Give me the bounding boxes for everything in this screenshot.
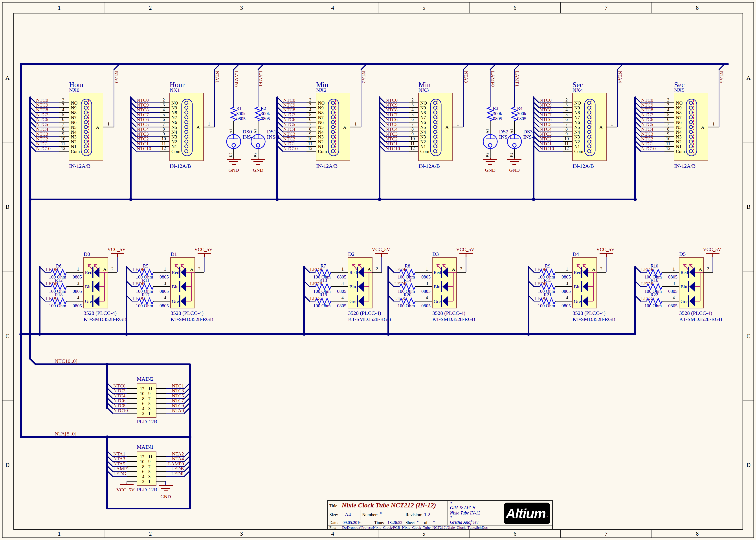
pin-number[interactable]: 11 [666,141,670,146]
pin-number[interactable]: 9 [162,131,165,136]
pin-number[interactable]: 7 [309,122,311,127]
pin-number[interactable]: 7 [667,122,669,127]
pin-name[interactable]: N9 [171,105,177,110]
pin-number[interactable]: 3 [164,281,166,286]
resistor-designator[interactable]: R4 [517,106,523,111]
pin-name[interactable]: N6 [676,120,682,125]
resistor-symbol[interactable] [487,107,493,121]
designator[interactable]: DS1 [267,129,276,135]
neon-lamp-DS1[interactable]: LAMP1R2300k0805A1DS1INS-1K2GND [251,64,280,173]
tube-NX2[interactable]: NTC02NTC93NTC84NTC75NTC66NTC57NTC48NTC39… [277,64,367,200]
pin-number[interactable]: 8 [411,127,414,131]
anode-net-label[interactable]: NTA0 [114,71,120,83]
anode-net-label[interactable]: NTA4 [617,71,623,83]
pin-name[interactable]: N1 [676,144,682,149]
designator[interactable]: DS3 [523,129,533,135]
pin-number[interactable]: 2 [566,97,568,102]
pin-name[interactable]: Gre [172,299,179,304]
pin-number[interactable]: 7 [566,122,568,127]
pin-name[interactable]: Blu [349,284,356,290]
resistor-footprint[interactable]: 0805 [72,289,82,294]
designator[interactable]: NX5 [674,87,685,93]
pin-name[interactable]: NO [171,100,178,106]
anode-pin-name[interactable]: A [96,125,99,130]
pin-number[interactable]: 12 [140,454,144,459]
pin-number[interactable]: 10 [140,391,144,396]
pin-number[interactable]: 4 [142,406,144,411]
anode-pin-name[interactable]: A [592,267,595,272]
pin-number[interactable]: 6 [142,469,144,474]
pin-name[interactable]: N9 [676,105,682,110]
pin-number[interactable]: 4 [426,295,428,300]
vcc-label[interactable]: VCC_5V [596,246,614,252]
resistor-designator[interactable]: R21 [544,292,551,297]
pin-number[interactable]: 6 [62,117,64,122]
pin-name[interactable]: N6 [171,120,177,125]
pin-name[interactable]: N1 [318,144,324,149]
anode-pin-number[interactable]: 2 [111,266,114,271]
gnd-label[interactable]: GND [485,167,495,173]
resistor-footprint[interactable]: 0805 [562,303,571,309]
pin-name[interactable]: N9 [71,105,76,110]
lamp-pin-anode[interactable]: A1 [509,129,513,133]
pin-number[interactable]: 6 [309,117,311,122]
pin-number[interactable]: 4 [667,107,669,112]
net-label[interactable]: NTA0 [172,408,184,413]
resistor-footprint[interactable]: 0805 [517,116,526,121]
pin-number[interactable]: 1 [673,267,675,271]
pin-name[interactable]: N2 [171,139,177,144]
net-label[interactable]: NTC5 [172,393,184,398]
pin-number[interactable]: 4 [673,295,675,300]
circle[interactable] [256,144,260,147]
resistor-footprint[interactable]: 0805 [668,289,678,294]
pin-number[interactable]: 3 [566,102,568,107]
pin-number[interactable]: 7 [148,464,151,469]
gnd-label[interactable]: GND [228,167,239,173]
pin-name[interactable]: N9 [574,105,580,110]
resistor-footprint[interactable]: 0805 [562,289,571,294]
pin-name[interactable]: N5 [318,125,324,130]
pin-name[interactable]: N8 [574,110,580,115]
pin-number[interactable]: 9 [148,459,151,464]
pin-number[interactable]: 3 [426,281,428,286]
pin-name[interactable]: N5 [574,125,580,130]
anode-pin-name[interactable]: A [343,125,347,130]
neon-lamp-DS0[interactable]: LAMP0R1300k0805A1DS0INS-1K2GND [227,64,256,173]
anode-pin-number[interactable]: 1 [355,121,357,126]
resistor-designator[interactable]: R8 [405,263,410,269]
anode-pin-number[interactable]: 2 [376,266,378,271]
pin-number[interactable]: 5 [162,112,165,117]
package[interactable]: 3528 (PLCC-4) [348,310,381,316]
anode-pin-name[interactable]: A [452,267,456,272]
net-label[interactable]: NTC10 [283,146,298,151]
pin-number[interactable]: 7 [62,122,64,127]
net-label[interactable]: LAMP0 [168,461,184,467]
pin-number[interactable]: 1 [342,267,344,271]
pin-name[interactable]: Com [171,149,180,154]
resistor-designator[interactable]: R10 [650,263,658,269]
resistor-footprint[interactable]: 0805 [236,116,246,121]
part-name[interactable]: INS-1 [243,134,256,140]
designator[interactable]: DS0 [243,129,252,135]
resistor-value[interactable]: 300k [261,111,270,116]
lamp-pin-anode[interactable]: A1 [485,129,489,133]
net-label[interactable]: NTC10 [113,408,128,413]
neon-lamp-DS2[interactable]: LAMP0R3300k0805A1DS2INS-1K2GND [483,64,512,173]
pin-name[interactable]: N4 [574,129,580,135]
rgb-led-D1[interactable]: LEDR1R5100 Ohm0805LEDB3R11100 Ohm0805LED… [127,246,213,334]
gnd-label[interactable]: GND [161,494,171,499]
pin-name[interactable]: N1 [171,144,177,149]
resistor-footprint[interactable]: 0805 [160,303,169,309]
footprint[interactable]: IN-12A/B [674,163,696,169]
pin-number[interactable]: 6 [411,117,414,122]
pin-number[interactable]: 10 [308,136,312,141]
pin-name[interactable]: N2 [420,139,426,144]
resistor-value[interactable]: 100 Ohm [538,303,555,309]
designator[interactable]: D5 [679,251,686,257]
pin-name[interactable]: N4 [71,129,76,135]
pin-number[interactable]: 3 [411,102,414,107]
pin-name[interactable]: NO [318,100,325,106]
pin-number[interactable]: 9 [411,131,414,136]
anode-pin-name[interactable]: A [190,267,194,272]
resistor-designator[interactable]: R20 [403,292,411,297]
